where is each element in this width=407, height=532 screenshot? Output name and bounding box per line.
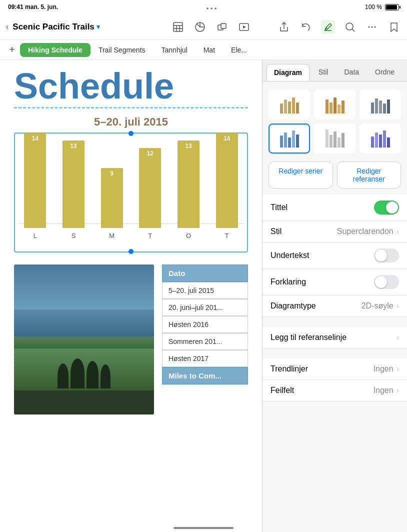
back-chevron-icon: ‹ — [6, 22, 8, 32]
chart-type-6[interactable] — [360, 124, 401, 154]
bar-2: 9 — [101, 168, 123, 228]
document-title: Scenic Pacific Trails ▾ — [12, 22, 100, 32]
mini-chart-3 — [371, 96, 390, 114]
status-bar: 09:41 man. 5. jun. 100 % — [0, 0, 407, 14]
bar-x-label-3: T — [148, 232, 152, 240]
media-icon[interactable] — [237, 20, 251, 34]
bar-group-4: 13 O — [178, 140, 200, 240]
chart-type-2[interactable] — [314, 90, 356, 120]
bar-label-4: 13 — [185, 140, 192, 150]
tittel-toggle-thumb — [386, 202, 398, 214]
photo-container — [14, 264, 154, 414]
more-icon[interactable] — [365, 20, 379, 34]
toolbar: ‹ Scenic Pacific Trails ▾ — [0, 14, 407, 40]
panel-row-trendlinjer[interactable]: Trendlinjer Ingen › — [262, 358, 407, 380]
panel-tab-data[interactable]: Data — [337, 64, 366, 81]
forklaring-toggle-thumb — [375, 276, 387, 288]
page-title-large: Schedule — [0, 60, 262, 104]
edit-series-button[interactable]: Rediger serier — [268, 162, 333, 188]
panel-gap-1 — [262, 317, 407, 327]
chart-type-4[interactable] — [268, 124, 310, 154]
search-icon[interactable] — [343, 20, 357, 34]
table-row-4: Høsten 2017 — [162, 350, 248, 367]
bar-0: 14 — [24, 133, 46, 228]
bar-group-3: 12 T — [139, 148, 161, 240]
title-chevron-icon: ▾ — [96, 23, 100, 30]
mini-chart-5 — [326, 130, 344, 148]
panel-row-feilfelt[interactable]: Feilfelt Ingen › — [262, 380, 407, 402]
stil-chevron-icon: › — [396, 227, 399, 236]
panel-row-forklaring: Forklaring — [262, 269, 407, 296]
schedule-table: Dato 5–20. juli 2015 20. juni–juli 201..… — [162, 264, 248, 384]
table-cell-4: Høsten 2017 — [162, 350, 248, 367]
bar-x-label-5: T — [225, 232, 229, 240]
panel-row-feilfelt-label: Feilfelt — [270, 386, 294, 395]
svg-point-14 — [372, 26, 373, 28]
svg-marker-9 — [243, 26, 246, 28]
tab-trail-segments[interactable]: Trail Segments — [90, 43, 154, 57]
page-divider — [14, 107, 248, 108]
tab-tannhjul[interactable]: Tannhjul — [154, 43, 196, 57]
page: Schedule 5–20. juli 2015 14 L — [0, 60, 262, 532]
chart-handle-bottom[interactable] — [128, 249, 134, 254]
feilfelt-chevron-icon: › — [396, 386, 399, 395]
bar-group-5: 14 T — [216, 133, 238, 240]
table-icon[interactable] — [171, 20, 185, 34]
bookmark-icon[interactable] — [387, 20, 401, 34]
panel-row-feilfelt-value: Ingen › — [374, 386, 399, 395]
undertekst-toggle[interactable] — [374, 248, 399, 262]
chart-title: 5–20. juli 2015 — [14, 116, 248, 128]
photo-middle-land — [14, 336, 154, 348]
edit-references-button[interactable]: Rediger referanser — [337, 162, 402, 188]
toolbar-icons — [171, 20, 401, 34]
format-icon[interactable] — [321, 20, 335, 34]
undertekst-toggle-thumb — [375, 250, 387, 262]
bar-label-2: 9 — [110, 168, 114, 177]
panel-row-stil-label: Stil — [270, 227, 282, 236]
table-row-3: Sommeren 201... — [162, 333, 248, 350]
tittel-toggle[interactable] — [374, 200, 399, 214]
panel-row-referanselinje[interactable]: Legg til referanselinje › — [262, 327, 407, 348]
bar-x-label-4: O — [186, 232, 191, 240]
chart-container[interactable]: 14 L 13 S 9 M — [14, 132, 248, 252]
bar-group-1: 13 S — [62, 140, 84, 240]
svg-line-12 — [352, 29, 354, 32]
table-cell-0: 5–20. juli 2015 — [162, 282, 248, 299]
diagramtype-chevron-icon: › — [396, 302, 399, 310]
panel-row-diagramtype[interactable]: Diagramtype 2D-søyle › — [262, 296, 407, 317]
share-icon[interactable] — [277, 20, 291, 34]
tab-ele[interactable]: Ele... — [223, 43, 255, 57]
shape-icon[interactable] — [215, 20, 229, 34]
svg-point-11 — [346, 23, 353, 30]
chart-handle-top[interactable] — [128, 131, 134, 136]
panel-row-stil[interactable]: Stil Superclarendon › — [262, 221, 407, 242]
panel-gap-2 — [262, 348, 407, 358]
chart-type-1[interactable] — [268, 90, 310, 120]
tab-hiking-schedule[interactable]: Hiking Schedule — [20, 43, 90, 57]
table-row-2: Høsten 2016 — [162, 316, 248, 333]
panel-row-undertekst-label: Undertekst — [270, 251, 309, 260]
svg-rect-0 — [174, 22, 182, 32]
bar-x-label-2: M — [109, 232, 114, 240]
forklaring-toggle[interactable] — [374, 275, 399, 289]
chart-type-3[interactable] — [360, 90, 401, 120]
table-header-dato: Dato — [162, 264, 248, 282]
panel-row-tittel-label: Tittel — [270, 203, 288, 212]
undo-icon[interactable] — [299, 20, 313, 34]
photo-scene — [14, 264, 154, 414]
table-cell-2: Høsten 2016 — [162, 316, 248, 333]
bar-x-label-1: S — [72, 232, 76, 240]
mini-chart-6 — [371, 130, 390, 148]
panel-tab-ordne[interactable]: Ordne — [368, 64, 402, 81]
bar-label-1: 13 — [70, 140, 76, 150]
panel-row-tittel: Tittel — [262, 194, 407, 221]
panel-tab-diagram[interactable]: Diagram — [266, 64, 310, 81]
tab-mat[interactable]: Mat — [196, 43, 223, 57]
back-button[interactable]: ‹ — [6, 22, 8, 32]
chart-type-5[interactable] — [314, 124, 356, 154]
table-cell-3: Sommeren 201... — [162, 333, 248, 350]
add-tab-button[interactable]: + — [4, 42, 20, 58]
table-cell-1: 20. juni–juli 201... — [162, 299, 248, 316]
chart-icon[interactable] — [193, 20, 207, 34]
panel-tab-stil[interactable]: Stil — [312, 64, 335, 81]
